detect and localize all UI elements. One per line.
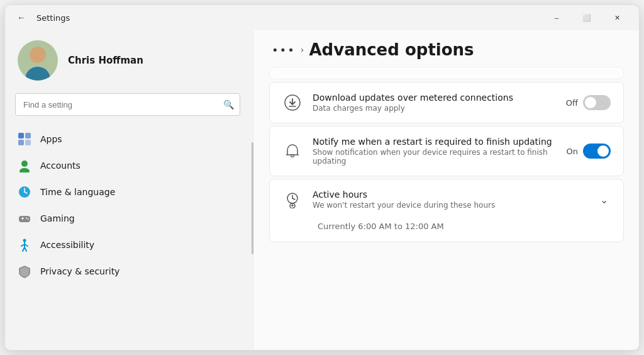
download-updates-control: Off: [566, 95, 611, 110]
setting-card-active-hours: Active hours We won't restart your devic…: [269, 179, 624, 242]
svg-rect-3: [25, 140, 31, 145]
download-updates-text: Download updates over metered connection…: [313, 93, 556, 113]
sidebar-item-accounts[interactable]: Accounts: [10, 152, 245, 179]
main-content: ••• › Advanced options: [254, 30, 639, 350]
svg-rect-2: [18, 140, 24, 145]
maximize-button[interactable]: ⬜: [572, 8, 601, 27]
close-button[interactable]: ✕: [602, 8, 631, 27]
window-title: Settings: [36, 13, 70, 23]
download-updates-icon: [282, 93, 303, 113]
privacy-security-label: Privacy & security: [40, 266, 119, 276]
setting-card-notify-restart: Notify me when a restart is required to …: [269, 126, 624, 176]
download-updates-title: Download updates over metered connection…: [313, 93, 556, 103]
toggle-knob-2: [597, 145, 609, 157]
gaming-label: Gaming: [40, 213, 75, 223]
sidebar-scrollbar-track: [250, 30, 254, 350]
notify-restart-control: On: [567, 144, 611, 159]
stub-card: [269, 67, 624, 79]
sidebar-item-accessibility[interactable]: Accessibility: [10, 232, 245, 258]
notify-restart-title: Notify me when a restart is required to …: [313, 137, 557, 147]
download-updates-toggle[interactable]: [583, 95, 611, 110]
nav-list: Apps Accounts: [5, 126, 250, 350]
notify-restart-toggle-label: On: [567, 147, 578, 156]
svg-rect-1: [25, 133, 31, 138]
accessibility-label: Accessibility: [40, 240, 94, 250]
time-language-icon: [18, 185, 31, 199]
sidebar-scrollbar-thumb[interactable]: [252, 142, 253, 254]
svg-rect-0: [18, 133, 24, 138]
title-bar: ← Settings – ⬜ ✕: [5, 5, 639, 30]
sidebar-item-privacy-security[interactable]: Privacy & security: [10, 258, 245, 285]
sidebar-item-apps[interactable]: Apps: [10, 126, 245, 152]
active-hours-text: Active hours We won't restart your devic…: [313, 189, 587, 210]
download-updates-desc: Data charges may apply: [313, 104, 556, 113]
accounts-label: Accounts: [40, 161, 80, 171]
active-hours-control: ⌄: [597, 191, 611, 208]
active-hours-extra-row: Currently 6:00 AM to 12:00 AM: [282, 220, 611, 232]
active-hours-desc: We won't restart your device during thes…: [313, 201, 587, 210]
page-title: Advanced options: [309, 40, 474, 59]
active-hours-title: Active hours: [313, 189, 587, 200]
svg-point-14: [23, 239, 26, 242]
settings-window: ← Settings – ⬜ ✕ Chris Hoffman 🔍: [4, 4, 640, 351]
privacy-security-icon: [18, 264, 31, 278]
title-bar-left: ← Settings: [13, 9, 536, 26]
user-name: Chris Hoffman: [68, 55, 143, 66]
search-input[interactable]: [15, 93, 240, 116]
active-hours-icon: [282, 189, 303, 210]
active-hours-extra-text: Currently 6:00 AM to 12:00 AM: [318, 222, 444, 231]
svg-point-13: [28, 218, 29, 220]
main-header: ••• › Advanced options: [254, 30, 639, 67]
apps-label: Apps: [40, 134, 62, 144]
svg-line-19: [25, 247, 26, 251]
minimize-button[interactable]: –: [542, 8, 571, 27]
avatar-face: [30, 47, 46, 63]
sidebar: Chris Hoffman 🔍: [5, 30, 250, 350]
notify-restart-text: Notify me when a restart is required to …: [313, 137, 557, 166]
svg-point-12: [26, 218, 27, 219]
back-button[interactable]: ←: [13, 9, 30, 26]
window-controls: – ⬜ ✕: [542, 8, 631, 27]
time-language-label: Time & language: [40, 187, 115, 197]
notify-restart-toggle[interactable]: [583, 144, 611, 159]
svg-line-25: [292, 198, 295, 200]
sidebar-item-time-language[interactable]: Time & language: [10, 179, 245, 205]
settings-list: Download updates over metered connection…: [254, 67, 639, 350]
apps-icon: [18, 132, 31, 146]
avatar-body: [25, 67, 50, 81]
breadcrumb-arrow: ›: [301, 45, 304, 55]
search-box: 🔍: [15, 93, 240, 116]
content-area: Chris Hoffman 🔍: [5, 30, 639, 350]
gaming-icon: [18, 211, 31, 225]
toggle-knob: [585, 97, 596, 108]
avatar: [18, 40, 58, 81]
sidebar-item-gaming[interactable]: Gaming: [10, 205, 245, 232]
svg-point-4: [21, 161, 28, 167]
notify-restart-desc: Show notification when your device requi…: [313, 148, 557, 166]
notify-restart-icon: [282, 141, 303, 161]
breadcrumb-dots[interactable]: •••: [272, 43, 296, 57]
svg-point-5: [19, 168, 30, 172]
active-hours-expand-button[interactable]: ⌄: [597, 191, 611, 208]
svg-rect-11: [22, 217, 23, 220]
user-section: Chris Hoffman: [5, 30, 250, 93]
accessibility-icon: [18, 238, 31, 252]
active-hours-main-row: Active hours We won't restart your devic…: [282, 189, 611, 210]
setting-card-download-updates: Download updates over metered connection…: [269, 82, 624, 123]
download-updates-toggle-label: Off: [566, 98, 578, 108]
accounts-icon: [18, 159, 31, 172]
